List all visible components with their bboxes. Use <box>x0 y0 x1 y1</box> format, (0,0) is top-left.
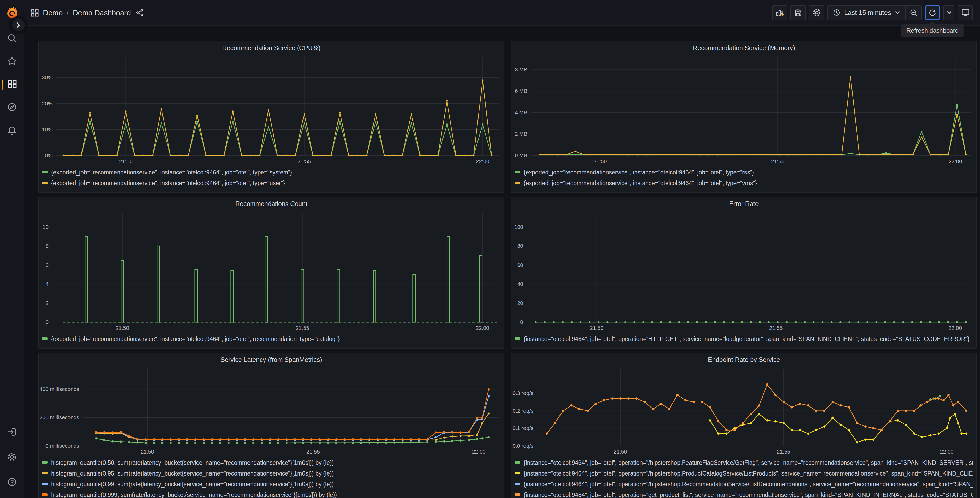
svg-text:21:55: 21:55 <box>298 158 311 164</box>
breadcrumb-divider: / <box>67 9 68 16</box>
sidebar-item-search[interactable] <box>2 30 22 48</box>
sign-in-icon <box>7 427 17 439</box>
svg-text:10%: 10% <box>42 126 52 132</box>
svg-text:8 MB: 8 MB <box>515 67 527 72</box>
chart-canvas[interactable]: 0 milliseconds200 milliseconds400 millis… <box>39 367 504 456</box>
legend-item[interactable]: {exported_job="recommendationservice", i… <box>42 177 501 188</box>
svg-text:4: 4 <box>46 281 49 287</box>
panel-title[interactable]: Recommendations Count <box>39 197 504 211</box>
time-range-group: Last 15 minutes <box>827 5 922 20</box>
sidebar-item-sign-in[interactable] <box>2 423 22 442</box>
error-rate-chart[interactable]: 02040608010021:5021:5522:00 <box>511 211 977 332</box>
sidebar-expand-button[interactable] <box>12 19 24 31</box>
zoom-out-button[interactable] <box>906 5 921 20</box>
legend-label: {instance="otelcol:9464", job="otel", op… <box>524 492 974 498</box>
legend-item[interactable]: {instance="otelcol:9464", job="otel", op… <box>514 479 974 489</box>
svg-text:6: 6 <box>46 262 49 268</box>
legend-item[interactable]: histogram_quantile(0.95, sum(rate(latenc… <box>42 468 501 479</box>
legend-item[interactable]: histogram_quantile(0.999, sum(rate(laten… <box>42 489 501 498</box>
legend-item[interactable]: {exported_job="recommendationservice", i… <box>514 167 974 177</box>
legend-swatch <box>42 483 48 485</box>
endpoint-rate-legend: {instance="otelcol:9464", job="otel", op… <box>511 456 977 498</box>
chart-canvas[interactable]: 0 MB2 MB4 MB6 MB8 MB21:5021:5522:00 <box>511 55 977 166</box>
legend-swatch <box>42 472 48 474</box>
svg-text:21:50: 21:50 <box>119 158 133 164</box>
panel-title[interactable]: Error Rate <box>511 197 977 211</box>
panel-error-rate: Error Rate 02040608010021:5021:5522:00 {… <box>511 197 977 349</box>
clock-icon <box>833 9 840 16</box>
sidebar-item-dashboards[interactable] <box>2 76 22 94</box>
sidebar-item-alerting[interactable] <box>2 122 22 140</box>
legend-item[interactable]: {exported_job="recommendationservice", i… <box>514 177 974 188</box>
legend-item[interactable]: {instance="otelcol:9464", job="otel", op… <box>514 457 974 468</box>
breadcrumb-folder[interactable]: Demo <box>43 8 63 17</box>
svg-text:80: 80 <box>517 243 523 249</box>
sidebar-item-settings[interactable] <box>2 449 22 467</box>
topbar: Demo / Demo Dashboard <box>24 0 980 26</box>
share-icon[interactable] <box>136 9 143 16</box>
memory-chart[interactable]: 0 MB2 MB4 MB6 MB8 MB21:5021:5522:00 <box>511 55 977 166</box>
svg-text:0: 0 <box>46 319 49 325</box>
sidebar-item-help[interactable] <box>2 474 22 492</box>
legend-item[interactable]: {instance="otelcol:9464", job="otel", op… <box>514 468 974 479</box>
sidebar-item-explore[interactable] <box>2 99 22 117</box>
legend-item[interactable]: {exported_job="recommendationservice", i… <box>42 167 501 177</box>
panel-title[interactable]: Recommendation Service (Memory) <box>511 42 977 55</box>
panel-title[interactable]: Endpoint Rate by Service <box>511 353 977 367</box>
legend-swatch <box>42 171 48 173</box>
legend-swatch <box>514 171 520 173</box>
grafana-app: Demo / Demo Dashboard <box>0 0 980 498</box>
svg-text:21:50: 21:50 <box>614 449 627 455</box>
svg-text:22:00: 22:00 <box>476 158 490 164</box>
refresh-dashboard-button[interactable] <box>925 5 940 20</box>
chart-canvas[interactable]: 0.0 req/s0.1 req/s0.2 req/s0.3 req/s21:5… <box>511 367 977 456</box>
chevron-down-icon <box>895 10 900 15</box>
breadcrumb-dashboard[interactable]: Demo Dashboard <box>73 8 131 17</box>
legend-item[interactable]: {instance="otelcol:9464", job="otel", op… <box>514 334 974 344</box>
service-latency-chart[interactable]: 0 milliseconds200 milliseconds400 millis… <box>39 367 504 456</box>
legend-swatch <box>514 182 520 184</box>
service-latency-legend: histogram_quantile(0.50, sum(rate(latenc… <box>39 456 504 498</box>
search-icon <box>7 33 17 45</box>
legend-item[interactable]: {instance="otelcol:9464", job="otel", op… <box>514 489 974 498</box>
svg-text:0: 0 <box>520 319 523 325</box>
svg-text:22:00: 22:00 <box>476 325 489 331</box>
panel-service-latency: Service Latency (from SpanMetrics) 0 mil… <box>38 353 504 498</box>
svg-text:22:00: 22:00 <box>948 158 962 164</box>
compass-icon <box>7 102 17 114</box>
save-dashboard-button[interactable] <box>791 5 806 20</box>
legend-swatch <box>42 461 48 464</box>
chart-canvas[interactable]: 024681021:5021:5522:00 <box>39 211 504 332</box>
legend-item[interactable]: histogram_quantile(0.50, sum(rate(latenc… <box>42 457 501 468</box>
recommendations-count-chart[interactable]: 024681021:5021:5522:00 <box>39 211 504 332</box>
chart-canvas[interactable]: 0%10%20%30%21:5021:5522:00 <box>39 55 504 166</box>
tv-kiosk-button[interactable] <box>958 5 973 20</box>
legend-swatch <box>42 182 48 184</box>
legend-label: {exported_job="recommendationservice", i… <box>51 169 292 175</box>
chart-canvas[interactable]: 02040608010021:5021:5522:00 <box>511 211 977 332</box>
svg-text:0.1 req/s: 0.1 req/s <box>512 425 533 431</box>
refresh-interval-dropdown[interactable] <box>943 5 955 20</box>
svg-text:21:55: 21:55 <box>306 449 320 455</box>
panel-title[interactable]: Recommendation Service (CPU%) <box>39 42 504 55</box>
panel-cpu: Recommendation Service (CPU%) 0%10%20%30… <box>38 41 504 193</box>
svg-text:20%: 20% <box>42 101 52 106</box>
legend-item[interactable]: {exported_job="recommendationservice", i… <box>42 334 501 344</box>
svg-text:0 milliseconds: 0 milliseconds <box>46 443 79 449</box>
legend-item[interactable]: histogram_quantile(0.99, sum(rate(latenc… <box>42 479 501 489</box>
dashboard-settings-button[interactable] <box>809 5 824 20</box>
legend-swatch <box>514 472 520 474</box>
svg-text:0%: 0% <box>45 152 52 158</box>
legend-label: histogram_quantile(0.50, sum(rate(latenc… <box>51 460 334 466</box>
sidebar-item-starred[interactable] <box>2 53 22 71</box>
add-panel-button[interactable] <box>772 5 788 20</box>
legend-swatch <box>514 493 520 496</box>
svg-text:22:00: 22:00 <box>948 325 962 331</box>
time-range-picker[interactable]: Last 15 minutes <box>828 5 905 20</box>
error-rate-legend: {instance="otelcol:9464", job="otel", op… <box>511 332 977 348</box>
panel-title[interactable]: Service Latency (from SpanMetrics) <box>39 353 504 367</box>
cpu-chart[interactable]: 0%10%20%30%21:5021:5522:00 <box>39 55 504 166</box>
refresh-tooltip: Refresh dashboard <box>901 24 964 37</box>
endpoint-rate-chart[interactable]: 0.0 req/s0.1 req/s0.2 req/s0.3 req/s21:5… <box>511 367 977 456</box>
legend-label: histogram_quantile(0.999, sum(rate(laten… <box>51 492 337 498</box>
